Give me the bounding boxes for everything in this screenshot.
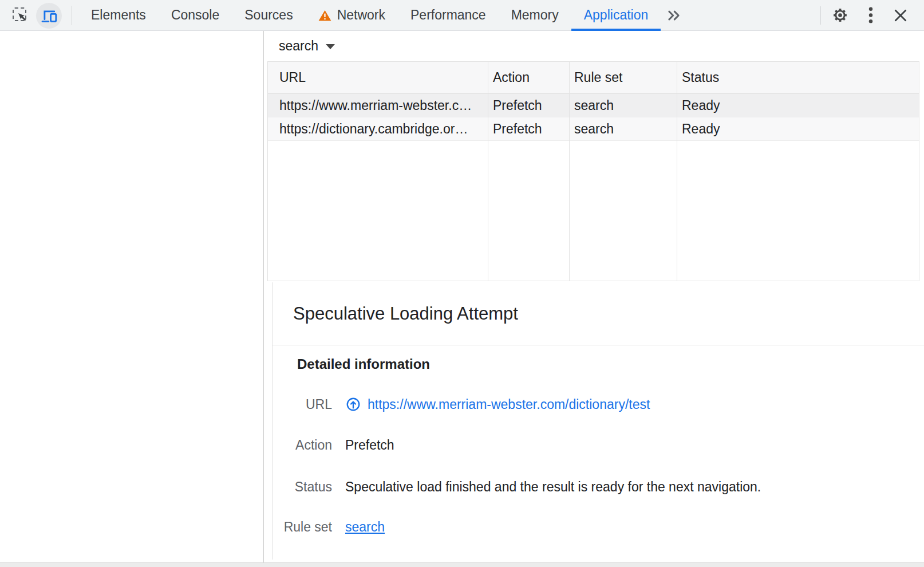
field-label-status: Status [272,479,332,495]
field-value-status: Speculative load finished and the result… [345,479,761,495]
table-row[interactable]: https://www.merriam-webster.c… Prefetch … [268,94,919,117]
menu-button[interactable] [868,0,874,30]
kebab-menu-icon [868,6,874,25]
field-row-status: Status Speculative load finished and the… [272,477,761,497]
field-label-rule-set: Rule set [272,519,332,535]
field-label-url: URL [272,397,332,412]
devtools-window: Elements Console Sources Network Perform… [0,0,924,567]
column-divider[interactable] [569,62,570,281]
tab-network[interactable]: Network [306,0,398,30]
column-divider[interactable] [488,62,488,281]
rule-set-link[interactable]: search [345,519,385,535]
panel-tabs: Elements Console Sources Network Perform… [78,0,687,30]
cell-status: Ready [677,121,919,137]
warning-icon [318,10,331,21]
field-label-action: Action [272,438,332,453]
close-icon [892,7,909,24]
cursor-arrow-icon [17,12,28,23]
cell-action: Prefetch [488,98,569,113]
chevron-double-right-icon [665,7,682,23]
tab-console[interactable]: Console [159,0,232,30]
open-in-network-icon[interactable] [345,396,361,412]
field-row-action: Action Prefetch [272,435,394,455]
column-divider[interactable] [677,62,677,281]
field-row-url: URL https://www.merriam-webster.com/dict… [272,394,650,415]
cell-action: Prefetch [488,121,569,137]
tab-performance[interactable]: Performance [398,0,499,30]
inspect-element-button[interactable] [11,6,32,26]
report-title: Speculative Loading Attempt [273,282,924,345]
tab-memory[interactable]: Memory [499,0,571,30]
tab-elements[interactable]: Elements [78,0,159,30]
column-header-status[interactable]: Status [677,70,919,85]
toolbar-divider [72,6,72,25]
toolbar-right-divider [820,6,821,25]
tab-application[interactable]: Application [571,0,661,30]
column-header-url[interactable]: URL [268,70,488,85]
field-value-action: Prefetch [345,438,394,453]
cell-rule-set: search [569,121,677,137]
bottom-status-strip [0,562,924,567]
cell-url: https://dictionary.cambridge.or… [268,121,488,137]
device-toolbar-button[interactable] [36,3,62,29]
settings-gear-icon [831,6,849,24]
cell-status: Ready [677,98,919,113]
tab-sources[interactable]: Sources [232,0,305,30]
application-sidebar [0,31,263,562]
settings-button[interactable] [831,0,849,30]
column-header-action[interactable]: Action [488,70,569,85]
cell-url: https://www.merriam-webster.c… [268,98,488,113]
rule-set-filter-dropdown[interactable]: search [279,34,335,57]
sidebar-divider[interactable] [263,31,264,562]
filter-selected-value: search [279,38,318,54]
grid-header-row: URL Action Rule set Status [268,62,919,94]
url-link[interactable]: https://www.merriam-webster.com/dictiona… [368,397,650,412]
cell-rule-set: search [569,98,677,113]
detailed-information-heading: Detailed information [297,356,430,372]
column-header-rule-set[interactable]: Rule set [569,70,677,85]
close-devtools-button[interactable] [892,0,909,30]
speculations-data-grid: URL Action Rule set Status https://www.m… [267,61,919,281]
devtools-toolbar: Elements Console Sources Network Perform… [0,0,924,31]
table-row[interactable]: https://dictionary.cambridge.or… Prefetc… [268,117,919,141]
field-row-rule-set: Rule set search [272,517,385,537]
chevron-down-icon [326,44,335,49]
device-toolbar-icon [41,8,58,24]
more-tabs-button[interactable] [661,0,687,30]
